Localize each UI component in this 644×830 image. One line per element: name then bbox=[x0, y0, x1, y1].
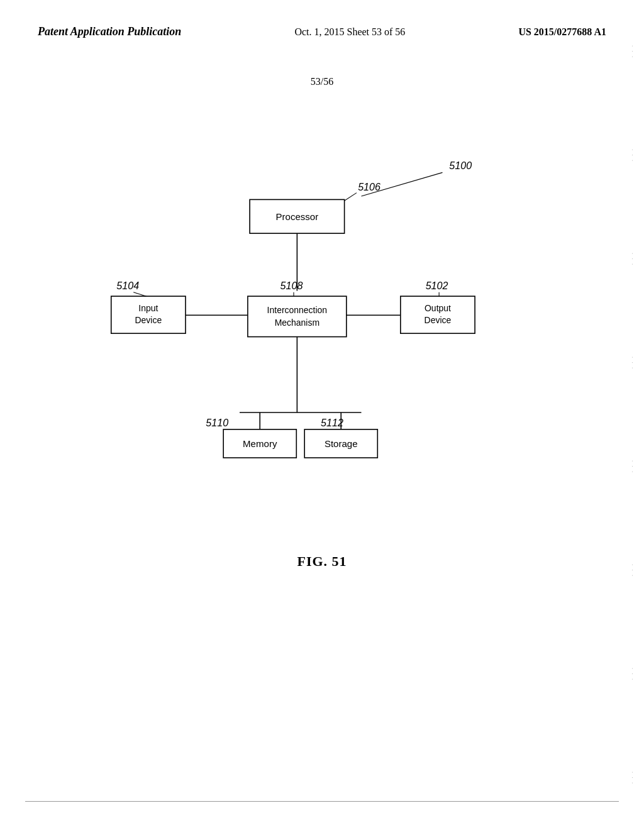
output-device-label-2: Device bbox=[425, 315, 452, 325]
ref-5108: 5108 bbox=[280, 280, 303, 291]
margin-mark-8: · · · bbox=[630, 772, 636, 785]
bottom-divider bbox=[25, 801, 619, 802]
processor-label: Processor bbox=[276, 211, 319, 222]
output-device-label-1: Output bbox=[425, 303, 451, 313]
margin-mark-4: · · · bbox=[630, 357, 636, 370]
ref-5106: 5106 bbox=[358, 181, 380, 192]
margin-mark-3: · · · bbox=[630, 253, 636, 266]
diagram-area: 5100 5106 Processor 5104 5108 5102 Input… bbox=[50, 138, 591, 578]
input-device-label-1: Input bbox=[138, 303, 158, 313]
page-number: 53/56 bbox=[0, 76, 644, 87]
header-center-text: Oct. 1, 2015 Sheet 53 of 56 bbox=[294, 26, 405, 38]
margin-mark-6: · · · bbox=[630, 564, 636, 577]
memory-label: Memory bbox=[243, 438, 277, 449]
header-right-text: US 2015/0277688 A1 bbox=[518, 26, 606, 38]
margin-mark-5: · · · bbox=[630, 460, 636, 473]
input-device-label-2: Device bbox=[135, 315, 162, 325]
margin-mark-1: · · · bbox=[630, 45, 636, 58]
storage-label: Storage bbox=[325, 438, 358, 449]
ref-5102: 5102 bbox=[426, 280, 448, 291]
block-diagram: 5100 5106 Processor 5104 5108 5102 Input… bbox=[50, 138, 591, 578]
interconnection-label-1: Interconnection bbox=[267, 305, 328, 315]
interconnection-label-2: Mechanism bbox=[275, 318, 319, 328]
header-left-text: Patent Application Publication bbox=[38, 25, 181, 38]
ref-5112: 5112 bbox=[321, 417, 343, 428]
ref-5110: 5110 bbox=[206, 417, 228, 428]
right-margin-artifact: · · · · · · · · · · · · · · · · · · · · … bbox=[626, 0, 639, 830]
page-header: Patent Application Publication Oct. 1, 2… bbox=[0, 0, 644, 38]
ref-5100: 5100 bbox=[449, 160, 472, 171]
interconnection-box bbox=[248, 296, 347, 336]
figure-caption: FIG. 51 bbox=[0, 553, 644, 570]
margin-mark-7: · · · bbox=[630, 668, 636, 681]
margin-mark-2: · · · bbox=[630, 149, 636, 162]
ref-5104: 5104 bbox=[116, 280, 139, 291]
